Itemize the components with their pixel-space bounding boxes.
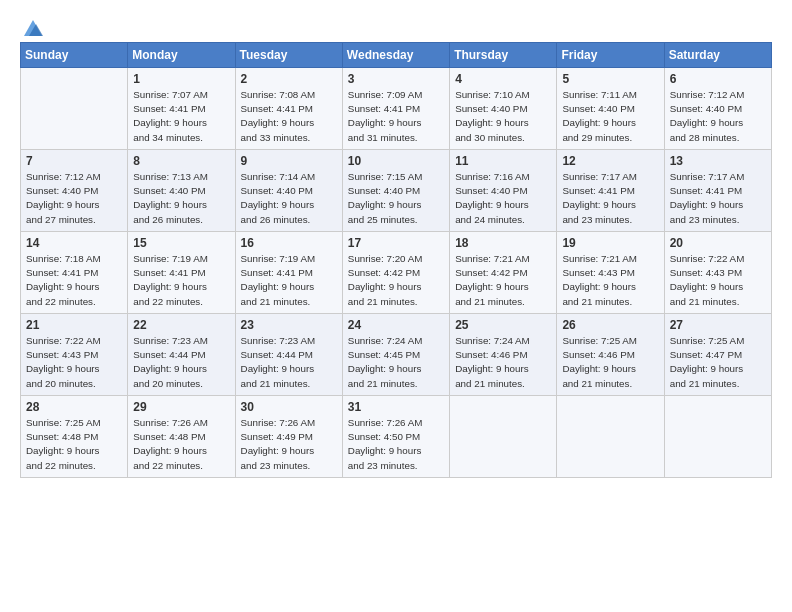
- day-number: 28: [26, 400, 122, 414]
- day-number: 3: [348, 72, 444, 86]
- calendar-cell: [450, 396, 557, 478]
- day-number: 31: [348, 400, 444, 414]
- calendar-cell: 22Sunrise: 7:23 AM Sunset: 4:44 PM Dayli…: [128, 314, 235, 396]
- day-number: 11: [455, 154, 551, 168]
- calendar-cell: 30Sunrise: 7:26 AM Sunset: 4:49 PM Dayli…: [235, 396, 342, 478]
- day-number: 30: [241, 400, 337, 414]
- day-detail: Sunrise: 7:19 AM Sunset: 4:41 PM Dayligh…: [133, 252, 229, 309]
- day-number: 14: [26, 236, 122, 250]
- weekday-header-monday: Monday: [128, 43, 235, 68]
- day-detail: Sunrise: 7:26 AM Sunset: 4:49 PM Dayligh…: [241, 416, 337, 473]
- day-detail: Sunrise: 7:25 AM Sunset: 4:48 PM Dayligh…: [26, 416, 122, 473]
- day-number: 18: [455, 236, 551, 250]
- day-number: 2: [241, 72, 337, 86]
- day-number: 5: [562, 72, 658, 86]
- calendar-week-row: 14Sunrise: 7:18 AM Sunset: 4:41 PM Dayli…: [21, 232, 772, 314]
- calendar-cell: 2Sunrise: 7:08 AM Sunset: 4:41 PM Daylig…: [235, 68, 342, 150]
- day-number: 26: [562, 318, 658, 332]
- weekday-header-thursday: Thursday: [450, 43, 557, 68]
- calendar-body: 1Sunrise: 7:07 AM Sunset: 4:41 PM Daylig…: [21, 68, 772, 478]
- day-number: 8: [133, 154, 229, 168]
- day-detail: Sunrise: 7:19 AM Sunset: 4:41 PM Dayligh…: [241, 252, 337, 309]
- calendar-cell: 23Sunrise: 7:23 AM Sunset: 4:44 PM Dayli…: [235, 314, 342, 396]
- weekday-header-row: SundayMondayTuesdayWednesdayThursdayFrid…: [21, 43, 772, 68]
- calendar-cell: 10Sunrise: 7:15 AM Sunset: 4:40 PM Dayli…: [342, 150, 449, 232]
- day-number: 13: [670, 154, 766, 168]
- calendar-cell: 24Sunrise: 7:24 AM Sunset: 4:45 PM Dayli…: [342, 314, 449, 396]
- day-detail: Sunrise: 7:26 AM Sunset: 4:48 PM Dayligh…: [133, 416, 229, 473]
- calendar-cell: 3Sunrise: 7:09 AM Sunset: 4:41 PM Daylig…: [342, 68, 449, 150]
- day-detail: Sunrise: 7:13 AM Sunset: 4:40 PM Dayligh…: [133, 170, 229, 227]
- weekday-header-sunday: Sunday: [21, 43, 128, 68]
- day-detail: Sunrise: 7:21 AM Sunset: 4:43 PM Dayligh…: [562, 252, 658, 309]
- day-number: 29: [133, 400, 229, 414]
- day-number: 21: [26, 318, 122, 332]
- day-detail: Sunrise: 7:26 AM Sunset: 4:50 PM Dayligh…: [348, 416, 444, 473]
- calendar-cell: 19Sunrise: 7:21 AM Sunset: 4:43 PM Dayli…: [557, 232, 664, 314]
- day-detail: Sunrise: 7:12 AM Sunset: 4:40 PM Dayligh…: [670, 88, 766, 145]
- day-number: 9: [241, 154, 337, 168]
- day-number: 23: [241, 318, 337, 332]
- day-number: 7: [26, 154, 122, 168]
- day-detail: Sunrise: 7:20 AM Sunset: 4:42 PM Dayligh…: [348, 252, 444, 309]
- calendar-cell: 18Sunrise: 7:21 AM Sunset: 4:42 PM Dayli…: [450, 232, 557, 314]
- calendar-cell: 17Sunrise: 7:20 AM Sunset: 4:42 PM Dayli…: [342, 232, 449, 314]
- day-detail: Sunrise: 7:24 AM Sunset: 4:45 PM Dayligh…: [348, 334, 444, 391]
- calendar-cell: 20Sunrise: 7:22 AM Sunset: 4:43 PM Dayli…: [664, 232, 771, 314]
- day-detail: Sunrise: 7:17 AM Sunset: 4:41 PM Dayligh…: [562, 170, 658, 227]
- calendar-cell: 11Sunrise: 7:16 AM Sunset: 4:40 PM Dayli…: [450, 150, 557, 232]
- day-detail: Sunrise: 7:08 AM Sunset: 4:41 PM Dayligh…: [241, 88, 337, 145]
- day-number: 24: [348, 318, 444, 332]
- day-number: 12: [562, 154, 658, 168]
- day-number: 10: [348, 154, 444, 168]
- calendar-cell: 8Sunrise: 7:13 AM Sunset: 4:40 PM Daylig…: [128, 150, 235, 232]
- calendar-cell: [21, 68, 128, 150]
- calendar-cell: 15Sunrise: 7:19 AM Sunset: 4:41 PM Dayli…: [128, 232, 235, 314]
- calendar-cell: 16Sunrise: 7:19 AM Sunset: 4:41 PM Dayli…: [235, 232, 342, 314]
- day-number: 6: [670, 72, 766, 86]
- calendar-cell: 28Sunrise: 7:25 AM Sunset: 4:48 PM Dayli…: [21, 396, 128, 478]
- day-number: 25: [455, 318, 551, 332]
- day-detail: Sunrise: 7:11 AM Sunset: 4:40 PM Dayligh…: [562, 88, 658, 145]
- day-detail: Sunrise: 7:23 AM Sunset: 4:44 PM Dayligh…: [133, 334, 229, 391]
- weekday-header-wednesday: Wednesday: [342, 43, 449, 68]
- calendar-cell: [557, 396, 664, 478]
- logo: [20, 18, 44, 36]
- day-detail: Sunrise: 7:07 AM Sunset: 4:41 PM Dayligh…: [133, 88, 229, 145]
- day-detail: Sunrise: 7:16 AM Sunset: 4:40 PM Dayligh…: [455, 170, 551, 227]
- calendar-cell: 31Sunrise: 7:26 AM Sunset: 4:50 PM Dayli…: [342, 396, 449, 478]
- weekday-header-friday: Friday: [557, 43, 664, 68]
- day-detail: Sunrise: 7:09 AM Sunset: 4:41 PM Dayligh…: [348, 88, 444, 145]
- calendar-cell: 14Sunrise: 7:18 AM Sunset: 4:41 PM Dayli…: [21, 232, 128, 314]
- day-detail: Sunrise: 7:25 AM Sunset: 4:46 PM Dayligh…: [562, 334, 658, 391]
- day-number: 1: [133, 72, 229, 86]
- day-detail: Sunrise: 7:22 AM Sunset: 4:43 PM Dayligh…: [670, 252, 766, 309]
- calendar-week-row: 7Sunrise: 7:12 AM Sunset: 4:40 PM Daylig…: [21, 150, 772, 232]
- day-number: 20: [670, 236, 766, 250]
- calendar-cell: 5Sunrise: 7:11 AM Sunset: 4:40 PM Daylig…: [557, 68, 664, 150]
- calendar-page: SundayMondayTuesdayWednesdayThursdayFrid…: [0, 0, 792, 612]
- day-number: 17: [348, 236, 444, 250]
- calendar-cell: 26Sunrise: 7:25 AM Sunset: 4:46 PM Dayli…: [557, 314, 664, 396]
- calendar-header: SundayMondayTuesdayWednesdayThursdayFrid…: [21, 43, 772, 68]
- day-number: 19: [562, 236, 658, 250]
- calendar-week-row: 21Sunrise: 7:22 AM Sunset: 4:43 PM Dayli…: [21, 314, 772, 396]
- day-number: 22: [133, 318, 229, 332]
- day-number: 27: [670, 318, 766, 332]
- calendar-week-row: 1Sunrise: 7:07 AM Sunset: 4:41 PM Daylig…: [21, 68, 772, 150]
- day-detail: Sunrise: 7:24 AM Sunset: 4:46 PM Dayligh…: [455, 334, 551, 391]
- page-header: [20, 18, 772, 36]
- calendar-table: SundayMondayTuesdayWednesdayThursdayFrid…: [20, 42, 772, 478]
- weekday-header-saturday: Saturday: [664, 43, 771, 68]
- day-number: 4: [455, 72, 551, 86]
- weekday-header-tuesday: Tuesday: [235, 43, 342, 68]
- day-detail: Sunrise: 7:18 AM Sunset: 4:41 PM Dayligh…: [26, 252, 122, 309]
- day-detail: Sunrise: 7:25 AM Sunset: 4:47 PM Dayligh…: [670, 334, 766, 391]
- day-detail: Sunrise: 7:15 AM Sunset: 4:40 PM Dayligh…: [348, 170, 444, 227]
- calendar-cell: 25Sunrise: 7:24 AM Sunset: 4:46 PM Dayli…: [450, 314, 557, 396]
- calendar-cell: 7Sunrise: 7:12 AM Sunset: 4:40 PM Daylig…: [21, 150, 128, 232]
- calendar-cell: 21Sunrise: 7:22 AM Sunset: 4:43 PM Dayli…: [21, 314, 128, 396]
- calendar-cell: 29Sunrise: 7:26 AM Sunset: 4:48 PM Dayli…: [128, 396, 235, 478]
- calendar-cell: 9Sunrise: 7:14 AM Sunset: 4:40 PM Daylig…: [235, 150, 342, 232]
- day-detail: Sunrise: 7:10 AM Sunset: 4:40 PM Dayligh…: [455, 88, 551, 145]
